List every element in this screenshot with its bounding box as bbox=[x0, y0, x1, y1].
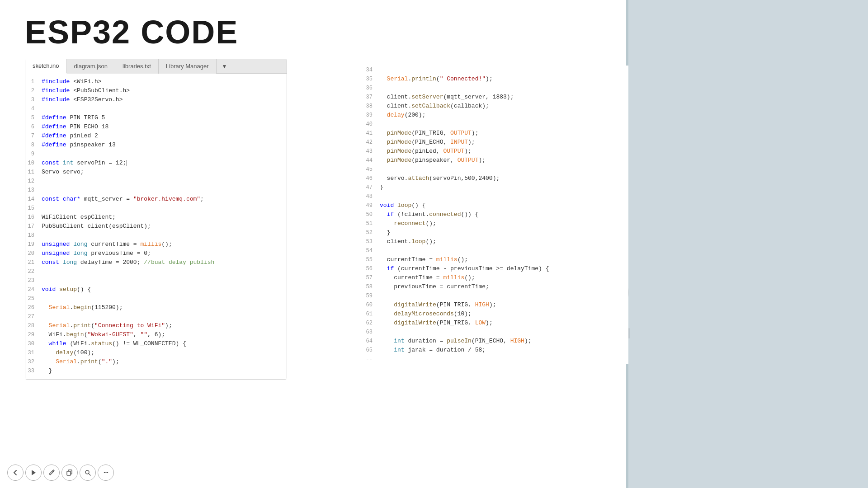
right-code-line-39: 39 delay(200); bbox=[362, 111, 628, 120]
tab-bar: sketch.ino diagram.json libraries.txt Li… bbox=[25, 59, 287, 74]
code-line-30: 30 while (WiFi.status() != WL_CONNECTED)… bbox=[25, 339, 287, 348]
tab-more-arrow[interactable]: ▼ bbox=[217, 61, 232, 72]
code-line-5: 5 #define PIN_TRIG 5 bbox=[25, 113, 287, 122]
code-line-8: 8 #define pinspeaker 13 bbox=[25, 141, 287, 150]
code-line-16: 16 WiFiClient espClient; bbox=[25, 213, 287, 222]
right-code-line-53: 53 client.loop(); bbox=[362, 237, 628, 246]
svg-marker-0 bbox=[32, 470, 36, 475]
right-code-line-46: 46 servo.attach(servoPin,500,2400); bbox=[362, 174, 628, 183]
right-code-line-43: 43 pinMode(pinLed, OUTPUT); bbox=[362, 147, 628, 156]
code-line-3: 3 #include <ESP32Servo.h> bbox=[25, 95, 287, 104]
right-code-line-55: 55 currentTime = millis(); bbox=[362, 255, 628, 264]
right-code-line-59: 59 bbox=[362, 291, 628, 300]
code-line-21: 21 const long delayTime = 2000; //buat d… bbox=[25, 258, 287, 267]
page-title: ESP32 CODE bbox=[25, 14, 238, 51]
right-code-panel: 34 35 Serial.println(" Connected!"); 36 … bbox=[362, 66, 628, 364]
right-code-line-66: -- bbox=[362, 355, 628, 364]
right-code-line-57: 57 currentTime = millis(); bbox=[362, 273, 628, 282]
right-code-line-34: 34 bbox=[362, 66, 628, 75]
edit-button[interactable] bbox=[43, 465, 60, 481]
more-button[interactable]: ··· bbox=[98, 465, 114, 481]
right-code-line-51: 51 reconnect(); bbox=[362, 219, 628, 228]
svg-rect-2 bbox=[67, 471, 71, 475]
code-line-24: 24 void setup() { bbox=[25, 285, 287, 294]
right-code-line-40: 40 bbox=[362, 120, 628, 129]
tab-libraries-txt[interactable]: libraries.txt bbox=[115, 59, 159, 74]
right-code-line-44: 44 pinMode(pinspeaker, OUTPUT); bbox=[362, 156, 628, 165]
tab-library-manager[interactable]: Library Manager bbox=[159, 59, 217, 74]
right-code-line-65: 65 int jarak = duration / 58; bbox=[362, 346, 628, 355]
right-code-line-45: 45 bbox=[362, 165, 628, 174]
right-code-line-47: 47 } bbox=[362, 183, 628, 192]
tab-diagram-json[interactable]: diagram.json bbox=[67, 59, 115, 74]
code-line-10: 10 const int servoPin = 12; bbox=[25, 159, 287, 168]
right-code-line-37: 37 client.setServer(mqtt_server, 1883); bbox=[362, 93, 628, 102]
code-line-18: 18 bbox=[25, 231, 287, 240]
code-line-14: 14 const char* mqtt_server = "broker.hiv… bbox=[25, 195, 287, 204]
right-code-line-60: 60 digitalWrite(PIN_TRIG, HIGH); bbox=[362, 300, 628, 310]
right-code-line-36: 36 bbox=[362, 84, 628, 93]
ide-window: sketch.ino diagram.json libraries.txt Li… bbox=[25, 59, 287, 380]
code-line-2: 2 #include <PubSubClient.h> bbox=[25, 86, 287, 95]
code-line-29: 29 WiFi.begin("Wokwi-GUEST", "", 6); bbox=[25, 330, 287, 339]
right-code-line-63: 63 bbox=[362, 328, 628, 337]
search-button[interactable] bbox=[80, 465, 96, 481]
code-line-31: 31 delay(100); bbox=[25, 348, 287, 357]
right-code-line-48: 48 bbox=[362, 192, 628, 201]
code-line-1: 1 #include <WiFi.h> bbox=[25, 77, 287, 86]
right-code-line-35: 35 Serial.println(" Connected!"); bbox=[362, 75, 628, 84]
code-line-4: 4 bbox=[25, 104, 287, 113]
code-line-13: 13 bbox=[25, 186, 287, 195]
play-button[interactable] bbox=[25, 465, 42, 481]
code-line-11: 11 Servo servo; bbox=[25, 168, 287, 177]
main-container: ESP32 CODE 1 2 sketch.ino diagram.json l… bbox=[0, 0, 868, 488]
right-code-line-49: 49 void loop() { bbox=[362, 201, 628, 210]
code-line-26: 26 Serial.begin(115200); bbox=[25, 303, 287, 312]
right-code-line-61: 61 delayMicroseconds(10); bbox=[362, 310, 628, 319]
code-line-19: 19 unsigned long currentTime = millis(); bbox=[25, 240, 287, 249]
code-line-23: 23 bbox=[25, 276, 287, 285]
right-code-line-50: 50 if (!client.connected()) { bbox=[362, 210, 628, 219]
code-line-25: 25 bbox=[25, 294, 287, 303]
code-line-6: 6 #define PIN_ECHO 18 bbox=[25, 122, 287, 131]
svg-line-4 bbox=[89, 474, 90, 475]
code-line-12: 12 bbox=[25, 177, 287, 186]
code-line-32: 32 Serial.print("."); bbox=[25, 357, 287, 366]
right-code-line-54: 54 bbox=[362, 246, 628, 255]
copy-button[interactable] bbox=[61, 465, 78, 481]
code-line-20: 20 unsigned long previousTime = 0; bbox=[25, 249, 287, 258]
right-code-line-56: 56 if (currentTime - previousTime >= del… bbox=[362, 264, 628, 273]
back-button[interactable] bbox=[7, 465, 24, 481]
code-line-7: 7 #define pinLed 2 bbox=[25, 131, 287, 141]
tab-sketch-ino[interactable]: sketch.ino bbox=[25, 59, 67, 74]
code-line-33: 33 } bbox=[25, 366, 287, 375]
code-line-17: 17 PubSubClient client(espClient); bbox=[25, 222, 287, 231]
right-code-line-42: 42 pinMode(PIN_ECHO, INPUT); bbox=[362, 138, 628, 147]
code-line-15: 15 bbox=[25, 204, 287, 213]
right-code-line-62: 62 digitalWrite(PIN_TRIG, LOW); bbox=[362, 319, 628, 328]
code-line-27: 27 bbox=[25, 312, 287, 321]
bottom-toolbar: ··· bbox=[7, 465, 114, 481]
right-panel bbox=[628, 0, 868, 488]
right-code-line-52: 52 } bbox=[362, 228, 628, 237]
code-line-9: 9 bbox=[25, 150, 287, 159]
right-code-line-64: 64 int duration = pulseIn(PIN_ECHO, HIGH… bbox=[362, 337, 628, 346]
code-line-22: 22 bbox=[25, 267, 287, 276]
code-line-28: 28 Serial.print("Connecting to WiFi"); bbox=[25, 321, 287, 330]
right-code-line-41: 41 pinMode(PIN_TRIG, OUTPUT); bbox=[362, 129, 628, 138]
right-code-line-58: 58 previousTime = currentTime; bbox=[362, 282, 628, 291]
code-editor[interactable]: 1 #include <WiFi.h> 2 #include <PubSubCl… bbox=[25, 74, 287, 379]
right-code-line-38: 38 client.setCallback(callback); bbox=[362, 102, 628, 111]
